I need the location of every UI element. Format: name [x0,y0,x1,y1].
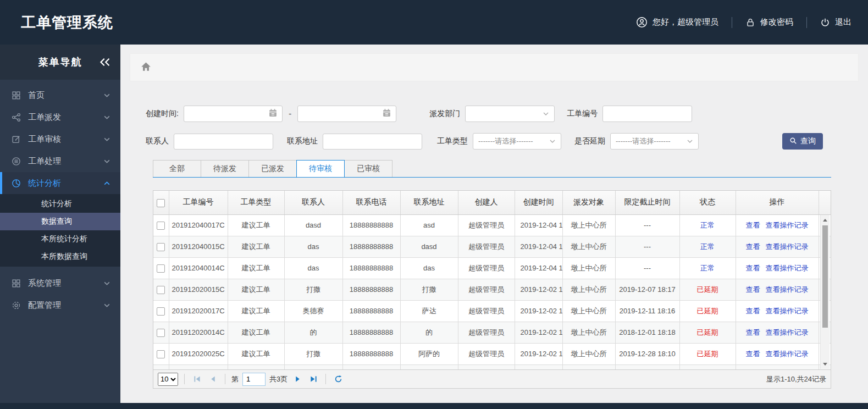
topbar-right: 您好，超级管理员 修改密码 退出 [636,16,852,28]
last-page-button[interactable] [307,373,319,385]
calendar-icon[interactable] [382,108,391,120]
order-type-label: 工单类型 [437,136,468,146]
first-page-button[interactable] [191,373,203,385]
row-checkbox[interactable] [157,329,165,337]
vertical-scrollbar[interactable] [820,215,830,369]
chevron-down-icon [549,138,556,145]
view-link[interactable]: 查看 [746,285,760,294]
table-row: 201912040014C建议工单das18888888888das超级管理员2… [153,257,831,279]
cell-type: 建议工单 [228,343,284,364]
address-input[interactable] [323,134,422,150]
view-log-link[interactable]: 查看操作记录 [766,242,809,251]
col-address: 联系地址 [400,191,458,214]
submenu-item-label: 数据查询 [41,217,72,226]
prev-page-button[interactable] [207,373,219,385]
cell-status: 已延期 [679,322,736,343]
user-greeting[interactable]: 您好，超级管理员 [636,16,718,28]
col-contact: 联系人 [284,191,342,214]
submenu-item-data-query[interactable]: 数据查询 [0,213,120,230]
view-link[interactable]: 查看 [746,264,760,272]
tab-reviewed[interactable]: 已审核 [344,160,392,177]
sidebar-item-dispatch[interactable]: 工单派发 [0,106,120,128]
cell-created: 2019-12-02 16 [515,322,562,343]
scroll-down-icon[interactable] [821,360,830,368]
page-number-input[interactable] [242,373,266,386]
sidebar-item-review[interactable]: 工单审核 [0,128,120,150]
cell-created: 2019-12-02 17 [515,300,562,322]
search-button[interactable]: 查询 [782,133,823,150]
cell-status: 已延期 [679,343,736,364]
search-icon [789,137,797,146]
calendar-icon[interactable] [268,108,278,120]
view-log-link[interactable]: 查看操作记录 [766,328,809,336]
order-type-select[interactable]: -------请选择------- [473,133,561,150]
cell-contact: 奥德赛 [284,300,342,322]
sidebar-item-config[interactable]: 配置管理 [0,294,120,316]
view-log-link[interactable]: 查看操作记录 [766,221,809,229]
breadcrumb [130,53,859,81]
submenu-item-local-statistics[interactable]: 本所统计分析 [0,230,120,248]
refresh-button[interactable] [332,373,344,385]
view-log-link[interactable]: 查看操作记录 [766,285,809,294]
view-log-link[interactable]: 查看操作记录 [766,264,809,272]
view-log-link[interactable]: 查看操作记录 [766,307,809,315]
cell-creator: 超级管理员 [458,279,515,300]
row-checkbox[interactable] [157,222,165,230]
view-log-link[interactable]: 查看操作记录 [766,350,809,358]
row-checkbox[interactable] [157,243,165,251]
sidebar-item-system[interactable]: 系统管理 [0,272,120,294]
contact-input[interactable] [174,134,273,150]
chevron-down-icon [103,158,110,165]
page-size-select[interactable]: 10 [158,373,178,386]
create-time-start-input[interactable] [184,106,283,122]
cell-actions: 查看查看操作记录 [736,214,819,236]
cell-created: 2019-12-02 16 [515,279,562,300]
cell-address: 打撒 [400,279,458,300]
tab-all[interactable]: 全部 [153,160,201,177]
dispatch-dept-select[interactable] [465,106,555,122]
home-icon[interactable] [141,62,151,74]
view-link[interactable]: 查看 [746,242,760,251]
sidebar-item-process[interactable]: 工单处理 [0,150,120,172]
collapse-sidebar-icon[interactable] [99,58,110,67]
sidebar-item-statistics[interactable]: 统计分析 [0,172,120,194]
scrollbar-thumb[interactable] [822,225,828,328]
select-all-checkbox[interactable] [157,199,165,207]
row-checkbox[interactable] [157,264,165,273]
grid-icon [12,279,21,288]
topbar-divider [732,17,732,28]
cell-created: 2019-12-04 15 [515,236,562,257]
view-link[interactable]: 查看 [746,328,760,336]
tab-pending-dispatch[interactable]: 待派发 [201,160,249,177]
row-checkbox[interactable] [157,286,165,294]
tab-pending-review[interactable]: 待审核 [296,160,345,178]
tab-dispatched[interactable]: 已派发 [248,160,297,177]
change-password-link[interactable]: 修改密码 [745,17,793,27]
view-link[interactable]: 查看 [746,307,760,315]
table-row: 201912020017C建议工单奥德赛18888888888萨达超级管理员20… [153,300,831,322]
row-checkbox[interactable] [157,307,165,316]
cell-created: 2019-12-04 15 [515,257,562,279]
next-page-button[interactable] [291,373,303,385]
scroll-up-icon[interactable] [821,215,830,224]
chevron-down-icon [103,136,110,143]
gear-icon [12,301,21,310]
submenu-item-local-data-query[interactable]: 本所数据查询 [0,248,120,266]
logout-link[interactable]: 退出 [820,17,852,27]
delay-select[interactable]: -------请选择------- [610,133,699,150]
sidebar-item-home[interactable]: 首页 [0,84,120,106]
order-no-input[interactable] [602,106,692,122]
submenu-item-statistics[interactable]: 统计分析 [0,195,120,213]
power-icon [820,18,830,27]
row-checkbox-cell [153,322,169,343]
row-checkbox[interactable] [157,350,165,358]
view-link[interactable]: 查看 [746,221,760,229]
cell-type: 建议工单 [228,236,284,257]
col-deadline: 限定截止时间 [615,191,679,214]
col-target: 派发对象 [562,191,615,214]
create-time-end-input[interactable] [297,106,396,122]
cell-target: 墩上中心所 [562,343,615,364]
sidebar-item-label: 系统管理 [28,278,61,289]
cell-order-no: 201912020015C [169,279,228,300]
view-link[interactable]: 查看 [746,350,760,358]
